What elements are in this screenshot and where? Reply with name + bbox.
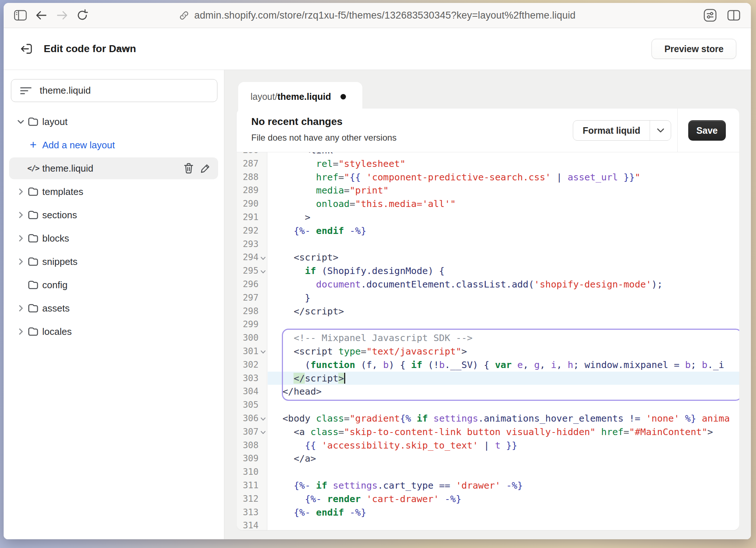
sidebar-item-locales[interactable]: locales [4, 320, 224, 343]
fold-icon[interactable] [259, 429, 268, 434]
chevron-right-icon[interactable] [17, 328, 24, 335]
code-line[interactable]: 306 <body class="gradient{% if settings.… [237, 412, 739, 425]
file-filter-input[interactable]: theme.liquid [11, 79, 217, 102]
chevron-right-icon[interactable] [17, 188, 24, 195]
chevron-right-icon[interactable] [17, 258, 24, 265]
line-number[interactable]: 292 [237, 224, 259, 238]
line-number[interactable]: 309 [237, 452, 259, 465]
sidebar-toggle-icon[interactable] [14, 10, 27, 21]
code-line[interactable]: 289 media="print" [237, 184, 739, 197]
chevron-right-icon[interactable] [17, 305, 24, 312]
format-liquid-button[interactable]: Format liquid [573, 120, 671, 141]
code-line[interactable]: 311 {%- if settings.cart_type == 'drawer… [237, 479, 739, 492]
code-line[interactable]: 305 [237, 398, 739, 412]
format-liquid-label[interactable]: Format liquid [573, 121, 650, 140]
code-line[interactable]: 292 {%- endif -%} [237, 224, 739, 238]
line-number[interactable]: 290 [237, 197, 259, 211]
code-line[interactable]: 298 </script> [237, 305, 739, 318]
extensions-icon[interactable] [703, 8, 717, 23]
sidebar-item-templates[interactable]: templates [4, 180, 224, 203]
code-line[interactable]: 299 [237, 318, 739, 331]
rename-file-icon[interactable] [200, 163, 211, 174]
sidebar-item-snippets[interactable]: snippets [4, 250, 224, 273]
line-number[interactable]: 299 [237, 318, 259, 331]
more-options-icon[interactable] [117, 48, 129, 50]
sidebar-item-assets[interactable]: assets [4, 297, 224, 320]
fold-icon[interactable] [259, 416, 268, 421]
line-number[interactable]: 289 [237, 184, 259, 197]
chevron-down-icon[interactable] [650, 121, 671, 140]
line-number[interactable]: 303 [237, 372, 259, 385]
line-number[interactable]: 298 [237, 305, 259, 318]
code-line[interactable]: 314 [237, 519, 739, 530]
line-number[interactable]: 300 [237, 331, 259, 345]
line-number[interactable]: 308 [237, 439, 259, 452]
code-line[interactable]: 291 > [237, 211, 739, 224]
fold-icon[interactable] [259, 255, 268, 260]
fold-icon[interactable] [259, 349, 268, 354]
line-number[interactable]: 313 [237, 506, 259, 519]
line-number[interactable]: 307 [237, 425, 259, 439]
line-number[interactable]: 294 [237, 251, 259, 264]
line-number[interactable]: 304 [237, 385, 259, 398]
code-line[interactable]: 308 {{ 'accessibility.skip_to_text' | t … [237, 439, 739, 452]
code-line[interactable]: 286 <link [237, 152, 739, 157]
chevron-right-icon[interactable] [17, 235, 24, 242]
sidebar-item-blocks[interactable]: blocks [4, 227, 224, 250]
line-number[interactable]: 305 [237, 398, 259, 412]
code-line[interactable]: 294 <script> [237, 251, 739, 264]
code-line[interactable]: 303 </script> [237, 372, 739, 385]
code-line[interactable]: 287 rel="stylesheet" [237, 157, 739, 171]
code-line[interactable]: 304 </head> [237, 385, 739, 398]
reload-icon[interactable] [76, 9, 88, 21]
line-number[interactable]: 297 [237, 291, 259, 305]
code-line[interactable]: 307 <a class="skip-to-content-link butto… [237, 425, 739, 439]
tab-theme-liquid[interactable]: layout/theme.liquid [238, 82, 362, 111]
split-view-icon[interactable] [727, 9, 741, 21]
sidebar-item-layout[interactable]: layout [4, 110, 224, 133]
delete-file-icon[interactable] [183, 163, 194, 174]
line-number[interactable]: 296 [237, 278, 259, 291]
exit-editor-button[interactable] [17, 40, 35, 58]
code-line[interactable]: 309 </a> [237, 452, 739, 465]
code-line[interactable]: 290 onload="this.media='all'" [237, 197, 739, 211]
code-line[interactable]: 295 if (Shopify.designMode) { [237, 264, 739, 278]
sidebar-item-add-a-new-layout[interactable]: +Add a new layout [4, 133, 224, 157]
save-button[interactable]: Save [688, 120, 726, 141]
code-editor[interactable]: 286 <link287 rel="stylesheet"288 href="{… [237, 152, 739, 530]
code-line[interactable]: 296 document.documentElement.classList.a… [237, 278, 739, 291]
line-number[interactable]: 287 [237, 157, 259, 171]
line-number[interactable]: 288 [237, 171, 259, 184]
code-line[interactable]: 293 [237, 238, 739, 251]
code-line[interactable]: 312 {%- render 'cart-drawer' -%} [237, 492, 739, 506]
code-line[interactable]: 310 [237, 465, 739, 479]
code-line[interactable]: 313 {%- endif -%} [237, 506, 739, 519]
chevron-right-icon[interactable] [17, 212, 24, 218]
sidebar-item-theme-liquid[interactable]: </>theme.liquid [4, 157, 224, 180]
url-text[interactable]: admin.shopify.com/store/rzq1xu-f5/themes… [194, 10, 575, 21]
line-number[interactable]: 293 [237, 238, 259, 251]
code-line[interactable]: 297 } [237, 291, 739, 305]
sidebar-item-config[interactable]: config [4, 273, 224, 297]
sidebar-item-sections[interactable]: sections [4, 203, 224, 227]
preview-store-button[interactable]: Preview store [651, 39, 736, 59]
line-number[interactable]: 291 [237, 211, 259, 224]
line-number[interactable]: 295 [237, 264, 259, 278]
code-line[interactable]: 288 href="{{ 'component-predictive-searc… [237, 171, 739, 184]
code-line[interactable]: 302 (function (f, b) { if (!b.__SV) { va… [237, 358, 739, 372]
code-line[interactable]: 300 <!-- Mixpanel Javascript SDK --> [237, 331, 739, 345]
line-number[interactable]: 302 [237, 358, 259, 372]
line-number[interactable]: 301 [237, 345, 259, 358]
chevron-down-icon[interactable] [17, 120, 24, 124]
forward-icon[interactable] [56, 10, 68, 20]
line-number[interactable]: 312 [237, 492, 259, 506]
fold-icon[interactable] [259, 269, 268, 274]
line-number[interactable]: 311 [237, 479, 259, 492]
line-number[interactable]: 306 [237, 412, 259, 425]
code-line[interactable]: 301 <script type="text/javascript"> [237, 345, 739, 358]
line-number[interactable]: 286 [237, 152, 259, 157]
line-number[interactable]: 310 [237, 465, 259, 479]
line-number[interactable]: 314 [237, 519, 259, 530]
address-bar[interactable]: admin.shopify.com/store/rzq1xu-f5/themes… [179, 10, 575, 21]
back-icon[interactable] [35, 10, 47, 20]
